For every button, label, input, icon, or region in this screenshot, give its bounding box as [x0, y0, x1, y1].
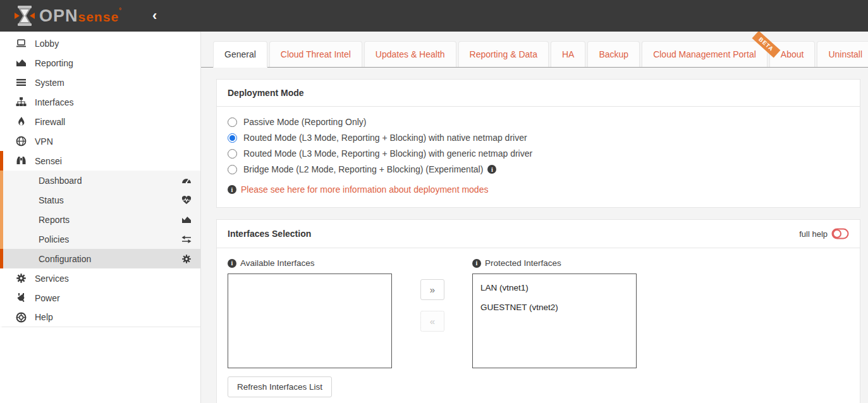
sidebar-item-label: Lobby [35, 39, 59, 49]
protected-interface-item[interactable]: LAN (vtnet1) [473, 278, 636, 298]
protected-interfaces-column: i Protected Interfaces LAN (vtnet1) GUES… [472, 258, 637, 368]
sidebar-item-lobby[interactable]: Lobby [0, 33, 200, 53]
top-bar: OPNsense° ‹ [0, 0, 868, 32]
deployment-mode-title: Deployment Mode [228, 88, 304, 98]
radio-label: Routed Mode (L3 Mode, Reporting + Blocki… [243, 148, 532, 159]
interfaces-selection-title: Interfaces Selection [228, 229, 311, 239]
radio-bridge-mode[interactable]: Bridge Mode (L2 Mode, Reporting + Blocki… [228, 164, 849, 174]
sidebar-item-label: VPN [35, 136, 53, 147]
sidebar-subitem-label: Status [39, 195, 64, 205]
tab-uninstall[interactable]: Uninstall [817, 41, 868, 67]
sidebar-item-interfaces[interactable]: Interfaces [0, 92, 200, 112]
life-ring-icon [16, 312, 27, 323]
sidebar-subitem-label: Configuration [39, 254, 91, 264]
hourglass-logo-icon [14, 4, 35, 27]
sidebar-item-services[interactable]: Services [0, 268, 200, 288]
gear-icon [16, 273, 27, 284]
tab-reporting-data[interactable]: Reporting & Data [458, 41, 549, 67]
sidebar-item-vpn[interactable]: VPN [0, 131, 200, 151]
sidebar-item-label: Sensei [35, 156, 62, 166]
radio-passive-mode[interactable]: Passive Mode (Reporting Only) [228, 117, 849, 127]
info-icon: i [228, 259, 236, 268]
exchange-arrows-icon [181, 234, 192, 244]
sidebar-item-label: Help [35, 312, 53, 322]
area-chart-icon [181, 215, 192, 225]
opnsense-logo[interactable]: OPNsense° [14, 4, 122, 27]
gauge-icon [181, 176, 192, 186]
radio-input-routed-native[interactable] [228, 133, 237, 143]
tab-ha[interactable]: HA [551, 41, 585, 67]
tab-cloud-threat-intel[interactable]: Cloud Threat Intel [269, 41, 362, 67]
sidebar-item-power[interactable]: Power [0, 288, 200, 308]
brand-text: OPNsense° [39, 8, 122, 25]
list-icon [16, 77, 27, 88]
info-icon: i [228, 185, 236, 194]
tab-label: Cloud Management Portal [653, 49, 756, 59]
protected-interfaces-label: Protected Interfaces [485, 258, 561, 268]
sidebar-item-label: Reporting [35, 58, 73, 68]
area-chart-icon [16, 57, 27, 68]
tab-bar: General Cloud Threat Intel Updates & Hea… [201, 41, 868, 68]
protected-interfaces-listbox[interactable]: LAN (vtnet1) GUESTNET (vtnet2) [472, 274, 637, 368]
main-content: General Cloud Threat Intel Updates & Hea… [201, 32, 868, 403]
tab-updates-health[interactable]: Updates & Health [364, 41, 456, 67]
tab-general[interactable]: General [213, 41, 267, 68]
toggle-off-icon[interactable] [831, 228, 849, 239]
sidebar-item-sensei[interactable]: Sensei [0, 151, 200, 171]
sidebar-subitem-label: Policies [39, 234, 69, 244]
sidebar-subitem-label: Reports [39, 215, 70, 225]
sidebar-subitem-status[interactable]: Status [0, 190, 200, 210]
deployment-modes-info-link[interactable]: Please see here for more information abo… [241, 184, 488, 195]
full-help-toggle[interactable]: full help [799, 228, 849, 239]
gear-icon [181, 254, 192, 264]
sidebar: Lobby Reporting System Interfaces Firewa… [0, 32, 201, 403]
protected-interface-item[interactable]: GUESTNET (vtnet2) [473, 298, 636, 317]
sidebar-subitem-label: Dashboard [39, 176, 82, 186]
radio-routed-native[interactable]: Routed Mode (L3 Mode, Reporting + Blocki… [228, 133, 849, 143]
plug-icon [16, 292, 27, 303]
sidebar-item-help[interactable]: Help [0, 308, 200, 327]
fire-icon [16, 116, 27, 127]
sitemap-icon [16, 97, 27, 107]
transfer-buttons: » « [420, 279, 444, 332]
sidebar-subitem-configuration[interactable]: Configuration [0, 249, 200, 268]
deployment-mode-panel: Deployment Mode Passive Mode (Reporting … [216, 79, 860, 208]
sidebar-collapse-chevron-icon[interactable]: ‹ [152, 8, 157, 24]
move-right-button[interactable]: » [420, 279, 444, 300]
interfaces-selection-panel: Interfaces Selection full help i Availab… [216, 219, 860, 403]
sidebar-item-label: System [35, 78, 64, 88]
sidebar-subitem-dashboard[interactable]: Dashboard [0, 171, 200, 190]
radio-input-routed-generic[interactable] [228, 149, 237, 159]
heartbeat-icon [181, 195, 192, 205]
info-icon[interactable]: i [487, 165, 496, 174]
available-interfaces-label: Available Interfaces [240, 258, 315, 268]
info-icon: i [472, 259, 481, 268]
globe-icon [16, 136, 27, 147]
binoculars-icon [16, 155, 27, 166]
tab-cloud-management-portal[interactable]: Cloud Management Portal BETA [642, 41, 767, 67]
sidebar-item-label: Interfaces [35, 97, 73, 107]
sidebar-subitem-policies[interactable]: Policies [0, 229, 200, 249]
sidebar-item-label: Firewall [35, 117, 65, 127]
radio-label: Passive Mode (Reporting Only) [243, 117, 367, 127]
sidebar-item-label: Power [35, 293, 60, 303]
radio-label: Bridge Mode (L2 Mode, Reporting + Blocki… [243, 164, 483, 174]
sidebar-item-reporting[interactable]: Reporting [0, 53, 200, 73]
refresh-interfaces-button[interactable]: Refresh Interfaces List [228, 376, 332, 397]
radio-input-passive[interactable] [228, 117, 237, 127]
radio-label: Routed Mode (L3 Mode, Reporting + Blocki… [243, 133, 527, 143]
sidebar-item-label: Services [35, 274, 69, 284]
available-interfaces-listbox[interactable] [228, 274, 392, 368]
radio-input-bridge[interactable] [228, 165, 237, 174]
radio-routed-generic[interactable]: Routed Mode (L3 Mode, Reporting + Blocki… [228, 148, 849, 159]
full-help-label: full help [799, 229, 828, 239]
laptop-icon [16, 38, 27, 49]
sidebar-item-firewall[interactable]: Firewall [0, 112, 200, 131]
move-left-button[interactable]: « [420, 311, 444, 332]
available-interfaces-column: i Available Interfaces Refresh Interface… [228, 258, 392, 397]
sidebar-subitem-reports[interactable]: Reports [0, 210, 200, 229]
tab-backup[interactable]: Backup [587, 41, 640, 67]
sidebar-item-system[interactable]: System [0, 73, 200, 92]
